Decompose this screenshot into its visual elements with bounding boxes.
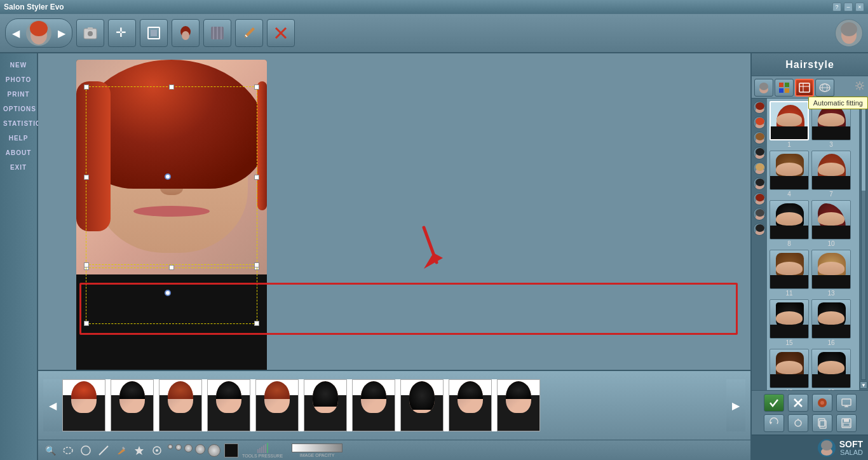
size-small[interactable] — [168, 444, 173, 449]
delete-button[interactable] — [267, 19, 295, 47]
film-thumb[interactable] — [449, 379, 492, 431]
right-panel: Hairstyle — [750, 53, 868, 460]
hairstyle-thumb[interactable] — [811, 299, 851, 339]
film-thumb[interactable] — [304, 379, 347, 431]
search-tool-btn[interactable]: 🔍 — [43, 443, 57, 457]
sidebar-item-statistics[interactable]: STATISTICS — [2, 117, 35, 130]
hairstyle-thumb[interactable] — [770, 250, 809, 289]
filmstrip-item[interactable] — [304, 379, 352, 431]
hairstyle-thumb[interactable] — [770, 101, 809, 140]
sidebar-item-exit[interactable]: EXIT — [2, 161, 35, 174]
nav-prev-button[interactable]: ◀ — [7, 21, 25, 45]
filmstrip-item[interactable] — [111, 379, 159, 431]
texture-button[interactable] — [203, 19, 231, 47]
undo-btn[interactable] — [764, 414, 784, 432]
lasso-tool-btn[interactable] — [61, 443, 75, 457]
filmstrip-item[interactable] — [400, 379, 449, 431]
film-thumb[interactable] — [255, 379, 299, 431]
size-medium[interactable] — [184, 444, 193, 452]
filmstrip-item[interactable] — [159, 379, 207, 431]
filmstrip-item[interactable] — [497, 379, 540, 431]
size-large[interactable] — [208, 444, 220, 457]
line-tool-btn[interactable] — [97, 443, 111, 457]
hair-button[interactable] — [172, 19, 200, 47]
scroll-down-btn[interactable]: ▼ — [860, 381, 867, 389]
size-medium-sm[interactable] — [175, 444, 182, 450]
monitor-btn[interactable] — [836, 394, 857, 412]
nav-next-button[interactable]: ▶ — [53, 21, 71, 45]
hairstyle-scrollbar[interactable]: ▲ ▼ — [859, 98, 868, 390]
hs-left-icon[interactable] — [753, 162, 766, 175]
hs-left-icon[interactable] — [753, 116, 766, 129]
hs-left-icon[interactable] — [753, 177, 766, 190]
brush-apply-btn[interactable] — [812, 394, 832, 412]
tab-color[interactable] — [775, 79, 794, 97]
confirm-btn[interactable] — [764, 394, 784, 412]
help-btn[interactable]: ? — [832, 3, 841, 11]
hs-left-icon[interactable] — [753, 147, 766, 159]
photo-button[interactable] — [76, 19, 104, 47]
hairstyle-thumb[interactable] — [811, 250, 851, 289]
film-thumb[interactable] — [111, 379, 154, 431]
size-selector[interactable] — [168, 444, 220, 457]
hairstyle-thumb[interactable] — [811, 151, 851, 190]
film-thumb[interactable] — [159, 379, 202, 431]
sidebar-item-print[interactable]: PRINT — [2, 88, 35, 101]
hairstyle-thumb[interactable] — [811, 349, 851, 388]
sidebar-item-new[interactable]: NEW — [2, 58, 35, 72]
edit-button[interactable] — [235, 19, 263, 47]
sidebar-item-photo[interactable]: PHOTO — [2, 73, 35, 86]
move-button[interactable]: ✛ — [108, 19, 136, 47]
minimize-btn[interactable]: – — [844, 3, 853, 11]
filmstrip-item[interactable] — [207, 379, 255, 431]
scroll-track[interactable] — [861, 109, 866, 380]
brush-tool-btn[interactable] — [114, 443, 128, 457]
film-thumb[interactable] — [497, 379, 540, 431]
color-swatch[interactable] — [224, 443, 238, 457]
window-controls[interactable]: ? – × — [832, 3, 864, 11]
tab-fitting[interactable] — [795, 79, 814, 97]
filmstrip-scroll-right[interactable]: ▶ — [726, 379, 745, 431]
filmstrip-item[interactable] — [62, 379, 111, 431]
sidebar-item-help[interactable]: HELP — [2, 132, 35, 145]
tab-texture[interactable] — [815, 79, 834, 97]
svg-rect-29 — [779, 83, 783, 87]
close-btn[interactable]: × — [855, 3, 864, 11]
film-thumb[interactable] — [400, 379, 444, 431]
hs-left-icon[interactable] — [753, 223, 766, 236]
sidebar-item-options[interactable]: OPTIONS — [2, 102, 35, 116]
circle-tool-btn[interactable] — [150, 443, 164, 457]
save-btn[interactable] — [836, 414, 857, 432]
filmstrip-item[interactable] — [352, 379, 400, 431]
star-tool-btn[interactable] — [132, 443, 146, 457]
canvas-main[interactable] — [38, 53, 750, 370]
rotate-btn[interactable] — [788, 414, 808, 432]
hairstyle-thumb[interactable] — [770, 349, 809, 388]
filmstrip-item[interactable] — [255, 379, 304, 431]
nav-control[interactable]: ◀ ▶ — [5, 18, 72, 48]
frame-button[interactable] — [140, 19, 168, 47]
hairstyle-thumb[interactable] — [770, 200, 809, 240]
hairstyle-thumb[interactable] — [770, 151, 809, 190]
cancel-btn[interactable] — [788, 394, 808, 412]
size-medium-lg[interactable] — [195, 444, 205, 454]
film-thumb[interactable] — [352, 379, 395, 431]
film-thumb[interactable] — [62, 379, 105, 431]
copy-btn[interactable] — [812, 414, 832, 432]
filmstrip-item[interactable] — [449, 379, 497, 431]
hs-left-icon[interactable] — [753, 101, 766, 114]
filmstrip-scroll-left[interactable]: ◀ — [43, 379, 62, 431]
svg-point-39 — [858, 84, 862, 88]
film-thumb[interactable] — [207, 379, 250, 431]
hs-left-icon[interactable] — [753, 193, 766, 205]
opacity-bar[interactable] — [292, 443, 342, 452]
hs-left-icon[interactable] — [753, 132, 766, 144]
tab-face[interactable] — [754, 79, 773, 97]
crop-tool-btn[interactable] — [79, 443, 93, 457]
sidebar-item-about[interactable]: ABOUT — [2, 146, 35, 159]
settings-icon[interactable] — [854, 80, 865, 94]
hs-left-icon[interactable] — [753, 208, 766, 220]
person-select-button[interactable] — [835, 19, 863, 47]
hairstyle-thumb[interactable] — [770, 299, 809, 339]
hairstyle-thumb[interactable] — [811, 200, 851, 240]
